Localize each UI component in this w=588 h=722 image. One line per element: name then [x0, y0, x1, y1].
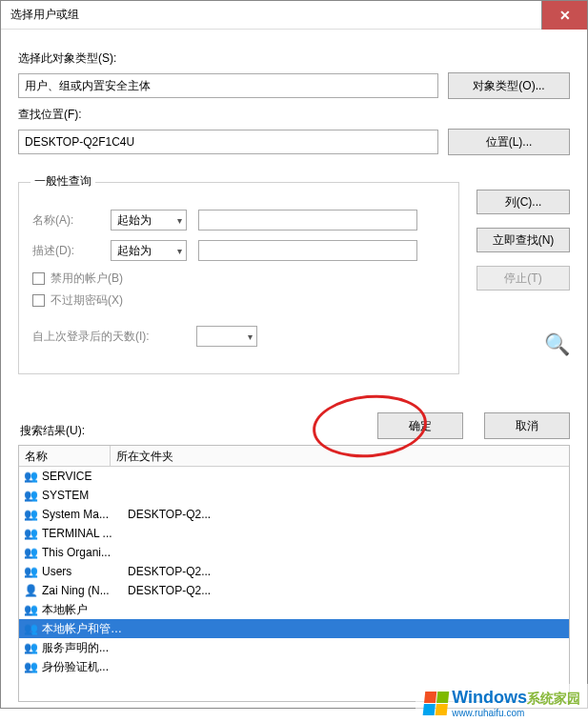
- item-name: Users: [42, 565, 128, 578]
- item-name: TERMINAL ...: [42, 527, 128, 540]
- close-button[interactable]: ✕: [541, 1, 587, 30]
- item-name: SERVICE: [42, 470, 128, 483]
- item-folder: DESKTOP-Q2...: [128, 565, 211, 578]
- list-item[interactable]: 👤Zai Ning (N...DESKTOP-Q2...: [19, 581, 569, 600]
- chevron-down-icon: ▾: [248, 331, 253, 342]
- list-item[interactable]: 👥UsersDESKTOP-Q2...: [19, 562, 569, 581]
- chevron-down-icon: ▾: [177, 215, 182, 226]
- search-results-label: 搜索结果(U):: [20, 423, 85, 439]
- locations-button[interactable]: 位置(L)...: [448, 129, 570, 155]
- principal-icon: 👥: [23, 603, 38, 616]
- dialog-body: 选择此对象类型(S): 用户、组或内置安全主体 对象类型(O)... 查找位置(…: [1, 30, 587, 708]
- title-bar: 选择用户或组 ✕: [1, 1, 587, 30]
- item-name: Zai Ning (N...: [42, 584, 128, 597]
- location-label: 查找位置(F):: [18, 107, 570, 123]
- principal-icon: 👥: [23, 489, 38, 502]
- object-type-field[interactable]: 用户、组或内置安全主体: [18, 73, 438, 98]
- desc-match-value: 起始为: [117, 243, 152, 259]
- item-folder: DESKTOP-Q2...: [128, 508, 211, 521]
- object-types-button[interactable]: 对象类型(O)...: [448, 72, 570, 99]
- results-body[interactable]: 👥SERVICE👥SYSTEM👥System Ma...DESKTOP-Q2..…: [19, 467, 569, 701]
- list-item[interactable]: 👥This Organi...: [19, 543, 569, 562]
- columns-button[interactable]: 列(C)...: [476, 190, 570, 214]
- list-item[interactable]: 👥服务声明的...: [19, 638, 569, 657]
- desc-label: 描述(D):: [32, 243, 99, 259]
- cancel-button[interactable]: 取消: [484, 412, 570, 439]
- principal-icon: 👤: [23, 584, 38, 597]
- ok-button[interactable]: 确定: [377, 412, 463, 439]
- principal-icon: 👥: [23, 546, 38, 559]
- common-queries-group: 一般性查询 名称(A): 起始为 ▾ 描述(D): 起始为 ▾: [18, 182, 459, 374]
- principal-icon: 👥: [23, 527, 38, 540]
- item-name: SYSTEM: [42, 489, 128, 502]
- watermark: Windows系统家园 www.ruhaifu.com: [416, 684, 588, 722]
- results-header: 名称 所在文件夹: [19, 446, 569, 467]
- dialog-title: 选择用户或组: [10, 7, 79, 23]
- no-expire-label: 不过期密码(X): [51, 292, 123, 309]
- stop-button: 停止(T): [476, 266, 570, 291]
- watermark-brand: Windows系统家园: [452, 688, 580, 708]
- find-now-button[interactable]: 立即查找(N): [476, 228, 570, 252]
- desc-match-combo[interactable]: 起始为 ▾: [111, 240, 187, 261]
- disabled-accounts-label: 禁用的帐户(B): [51, 271, 123, 287]
- item-name: System Ma...: [42, 508, 128, 521]
- select-user-group-dialog: 选择用户或组 ✕ 选择此对象类型(S): 用户、组或内置安全主体 对象类型(O)…: [0, 0, 588, 709]
- item-name: 身份验证机...: [42, 659, 128, 675]
- windows-logo-icon: [422, 691, 450, 715]
- list-item[interactable]: 👥本地帐户: [19, 600, 569, 619]
- list-item[interactable]: 👥身份验证机...: [19, 657, 569, 676]
- list-item[interactable]: 👥SERVICE: [19, 467, 569, 486]
- item-name: This Organi...: [42, 546, 128, 559]
- common-queries-tab: 一般性查询: [30, 173, 95, 190]
- item-folder: DESKTOP-Q2...: [128, 584, 211, 597]
- name-input[interactable]: [198, 210, 417, 231]
- principal-icon: 👥: [23, 470, 38, 483]
- days-since-login-label: 自上次登录后的天数(I):: [32, 329, 185, 345]
- name-label: 名称(A):: [32, 212, 99, 229]
- chevron-down-icon: ▾: [177, 246, 182, 256]
- principal-icon: 👥: [23, 660, 38, 673]
- no-expire-checkbox[interactable]: [32, 294, 45, 307]
- item-name: 本地帐户和管理员组成员: [42, 621, 128, 637]
- principal-icon: 👥: [23, 641, 38, 654]
- location-field[interactable]: DESKTOP-Q2F1C4U: [18, 130, 438, 154]
- search-icon: 🔍: [544, 332, 570, 357]
- list-item[interactable]: 👥TERMINAL ...: [19, 524, 569, 543]
- name-match-value: 起始为: [117, 212, 152, 229]
- disabled-accounts-checkbox[interactable]: [32, 272, 45, 285]
- list-item[interactable]: 👥SYSTEM: [19, 486, 569, 505]
- item-name: 本地帐户: [42, 602, 128, 618]
- principal-icon: 👥: [23, 565, 38, 578]
- item-name: 服务声明的...: [42, 640, 128, 656]
- side-buttons: 列(C)... 立即查找(N) 停止(T) 🔍: [476, 182, 570, 374]
- list-item[interactable]: 👥本地帐户和管理员组成员: [19, 619, 569, 638]
- name-match-combo[interactable]: 起始为 ▾: [111, 210, 187, 231]
- list-item[interactable]: 👥System Ma...DESKTOP-Q2...: [19, 505, 569, 524]
- desc-input[interactable]: [198, 240, 417, 261]
- watermark-url: www.ruhaifu.com: [452, 708, 580, 718]
- column-folder[interactable]: 所在文件夹: [111, 446, 569, 466]
- object-type-label: 选择此对象类型(S):: [18, 50, 570, 67]
- column-name[interactable]: 名称: [19, 446, 111, 466]
- principal-icon: 👥: [23, 622, 38, 635]
- results-list: 名称 所在文件夹 👥SERVICE👥SYSTEM👥System Ma...DES…: [18, 445, 570, 702]
- days-combo[interactable]: ▾: [196, 326, 257, 347]
- principal-icon: 👥: [23, 508, 38, 521]
